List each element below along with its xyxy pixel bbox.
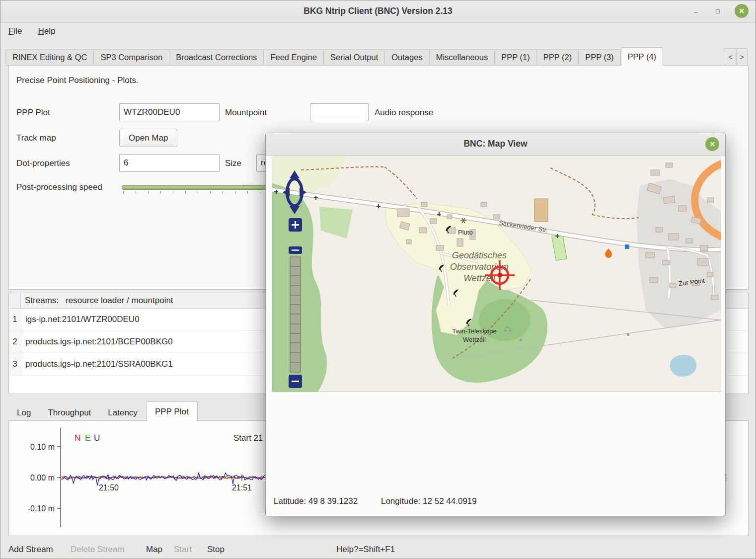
stop-button[interactable]: Stop <box>207 542 225 557</box>
tab-scroll-right-button[interactable]: > <box>736 48 748 66</box>
minimize-button[interactable]: – <box>689 4 703 18</box>
menu-help[interactable]: Help <box>30 23 63 41</box>
map-view-dialog: BNC: Map View ✕ <box>265 133 726 516</box>
twin-telescope-label: Wettzell <box>463 336 486 343</box>
coordinate-readout: Latitude: 49 8 39.1232 Longitude: 12 52 … <box>274 496 477 506</box>
table-corner <box>9 293 21 308</box>
observatory-label: Geodätisches <box>452 250 507 260</box>
longitude-value: Longitude: 12 52 44.0919 <box>381 496 477 506</box>
tab-scroll-buttons: < > <box>725 48 748 66</box>
tab-ppp-plot[interactable]: PPP Plot <box>146 401 198 421</box>
tab-ppp-2[interactable]: PPP (2) <box>537 49 579 66</box>
tab-latency[interactable]: Latency <box>99 405 146 421</box>
menubar: File Help <box>0 23 63 41</box>
legend-e: E <box>85 433 90 443</box>
tab-ppp-4[interactable]: PPP (4) <box>621 47 663 66</box>
delete-stream-button: Delete Stream <box>71 542 125 557</box>
dot-properties-label: Dot-properties <box>16 159 70 168</box>
post-processing-speed-label: Post-processing speed <box>16 182 102 192</box>
map-large-building <box>534 199 548 222</box>
ytick-label: -0.10 m <box>28 504 55 513</box>
maximize-button[interactable]: □ <box>711 4 725 18</box>
tab-ppp-3[interactable]: PPP (3) <box>579 49 620 66</box>
ytick-label: 0.00 m <box>30 474 55 482</box>
start-button: Start <box>174 542 192 557</box>
pluto-label: Pluto <box>458 229 473 236</box>
row-number: 1 <box>9 309 21 330</box>
window-title: BKG Ntrip Client (BNC) Version 2.13 <box>0 6 756 16</box>
bottom-tabbar: Log Throughput Latency PPP Plot <box>8 401 198 421</box>
stream-mountpoint: igs-ip.net:2101/WTZR00DEU0 <box>21 309 140 330</box>
xtick-label: 21:50 <box>99 483 119 492</box>
post-processing-speed-slider[interactable] <box>122 185 286 194</box>
page-description: Precise Point Positioning - Plots. <box>16 76 139 85</box>
maximize-icon: □ <box>716 7 720 15</box>
start-time-label: Start 21 <box>233 433 263 443</box>
app-window: BKG Ntrip Client (BNC) Version 2.13 – □ … <box>0 0 756 559</box>
help-hint: Help?=Shift+F1 <box>336 542 395 557</box>
xtick-label: 21:51 <box>232 483 252 492</box>
tab-serial-output[interactable]: Serial Output <box>324 49 385 66</box>
stream-mountpoint: products.igs-ip.net:2101/SSRA00BKG1 <box>21 353 173 375</box>
tab-feed-engine[interactable]: Feed Engine <box>264 49 324 66</box>
tab-outages[interactable]: Outages <box>385 49 429 66</box>
close-icon: ✕ <box>709 140 715 148</box>
row-number: 2 <box>9 331 21 353</box>
dot-properties-input[interactable] <box>119 154 220 172</box>
dialog-titlebar[interactable]: BNC: Map View ✕ <box>266 133 725 156</box>
latitude-value: Latitude: 49 8 39.1232 <box>274 496 358 506</box>
track-map-label: Track map <box>16 133 56 143</box>
titlebar[interactable]: BKG Ntrip Client (BNC) Version 2.13 – □ … <box>0 0 756 23</box>
open-map-button[interactable]: Open Map <box>119 129 177 147</box>
tab-miscellaneous[interactable]: Miscellaneous <box>430 49 495 66</box>
ppp-plot-input[interactable] <box>119 103 220 121</box>
bottom-button-bar: Add Stream Delete Stream Map Start Stop … <box>0 540 756 558</box>
close-icon: ✕ <box>739 7 745 15</box>
map-image[interactable]: Sackenrieder Str. Pluto Geodätisches Obs… <box>272 156 721 392</box>
zoom-slider-track[interactable] <box>290 257 301 372</box>
tab-log[interactable]: Log <box>8 405 39 421</box>
legend-n: N <box>75 433 80 443</box>
twin-telescope-label: Twin-Teleskope <box>452 327 497 335</box>
row-number: 3 <box>9 353 21 375</box>
tab-rinex-editing-qc[interactable]: RINEX Editing & QC <box>5 49 94 66</box>
main-tabbar: RINEX Editing & QC SP3 Comparison Broadc… <box>5 47 663 66</box>
minimize-icon: – <box>694 7 698 15</box>
ppp-plot-label: PPP Plot <box>16 108 50 118</box>
tab-throughput[interactable]: Throughput <box>39 405 99 421</box>
blue-marker-icon <box>625 244 629 249</box>
stream-mountpoint: products.igs-ip.net:2101/BCEP00BKG0 <box>21 331 173 353</box>
menu-file[interactable]: File <box>0 23 30 41</box>
audio-response-label: Audio response <box>375 108 433 118</box>
mountpoint-input[interactable] <box>310 103 369 121</box>
tab-broadcast-corrections[interactable]: Broadcast Corrections <box>169 49 264 66</box>
map-button[interactable]: Map <box>146 542 162 557</box>
slider-track[interactable] <box>122 185 286 190</box>
add-stream-button[interactable]: Add Stream <box>8 542 53 557</box>
tab-sp3-comparison[interactable]: SP3 Comparison <box>94 49 169 66</box>
tab-ppp-1[interactable]: PPP (1) <box>495 49 536 66</box>
mountpoint-label: Mountpoint <box>225 108 267 118</box>
tab-scroll-left-button[interactable]: < <box>725 48 736 66</box>
dialog-title: BNC: Map View <box>266 139 725 149</box>
dialog-close-button[interactable]: ✕ <box>705 137 719 151</box>
close-button[interactable]: ✕ <box>735 4 749 18</box>
map-canvas[interactable]: Sackenrieder Str. Pluto Geodätisches Obs… <box>272 156 721 392</box>
ytick-label: 0.10 m <box>30 443 55 451</box>
streams-header-label: Streams: resource loader / mountpoint <box>21 296 173 306</box>
legend-u: U <box>94 433 100 443</box>
size-label: Size <box>225 159 241 168</box>
slider-ticks <box>123 191 286 194</box>
